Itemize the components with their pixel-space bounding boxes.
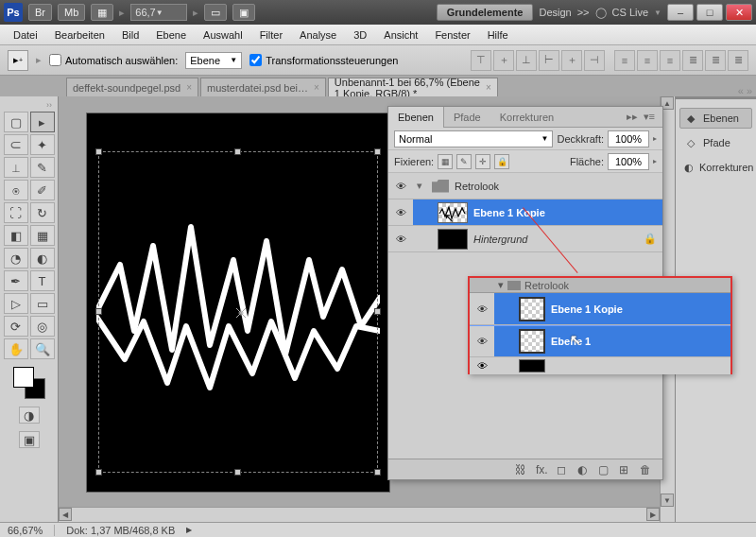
lock-pixels-icon[interactable]: ✎	[456, 154, 472, 169]
menu-3d[interactable]: 3D	[346, 27, 374, 43]
layer-name[interactable]: Ebene 1 Kopie	[473, 207, 662, 218]
doc-size-readout[interactable]: Dok: 1,37 MB/468,8 KB	[66, 525, 175, 536]
menu-filter[interactable]: Filter	[252, 27, 290, 43]
hand-tool-icon[interactable]: ✋	[4, 338, 28, 359]
link-layers-icon[interactable]: ⛓	[515, 463, 530, 476]
minimize-button[interactable]: –	[667, 4, 694, 21]
align-top-icon[interactable]: ⊤	[471, 50, 491, 71]
shape-tool-icon[interactable]: ▭	[30, 293, 55, 314]
panel-menu-icon[interactable]: ▾≡	[644, 111, 655, 123]
close-icon[interactable]: ×	[486, 82, 491, 93]
eyedropper-tool-icon[interactable]: ✎	[30, 157, 55, 178]
move-tool-icon[interactable]: ▸+	[8, 50, 28, 71]
path-tool-icon[interactable]: ▷	[4, 293, 28, 314]
arrange-button[interactable]: ▭	[204, 4, 227, 21]
scroll-down-icon[interactable]: ▼	[661, 494, 674, 507]
align-hcenter-icon[interactable]: ＋	[561, 50, 582, 71]
visibility-toggle-icon[interactable]: 👁	[388, 234, 413, 245]
panel-icon-korrekturen[interactable]: ◐ Korrekturen	[679, 157, 752, 178]
panel-collapse-icon[interactable]: ▸▸	[627, 111, 638, 123]
collapse-icon[interactable]: ››	[46, 100, 56, 110]
3d-tool-icon[interactable]: ⟳	[4, 316, 28, 337]
workspace-more[interactable]: >>	[577, 7, 590, 18]
fill-input[interactable]: 100%	[608, 153, 649, 170]
screen-mode-icon[interactable]: ▣	[19, 431, 40, 448]
gradient-tool-icon[interactable]: ▦	[30, 225, 55, 246]
adjustment-layer-icon[interactable]: ◐	[577, 463, 593, 476]
zoom-select[interactable]: 66,7▼	[130, 4, 187, 21]
layer-style-icon[interactable]: fx.	[536, 463, 551, 476]
brush-tool-icon[interactable]: ✐	[30, 180, 55, 200]
dodge-tool-icon[interactable]: ◐	[30, 248, 55, 268]
3d-camera-tool-icon[interactable]: ◎	[30, 316, 55, 337]
layer-row-background[interactable]: 👁 Hintergrund 🔒	[388, 226, 662, 252]
menu-auswahl[interactable]: Auswahl	[196, 27, 250, 43]
transform-handle[interactable]	[95, 469, 102, 476]
delete-layer-icon[interactable]: 🗑	[640, 463, 655, 476]
auto-select-combo[interactable]: Ebene▼	[185, 52, 242, 69]
distribute-bottom-icon[interactable]: ≡	[660, 50, 680, 71]
magic-wand-tool-icon[interactable]: ✦	[30, 134, 55, 155]
visibility-toggle-icon[interactable]: 👁	[388, 181, 413, 192]
foreground-color-swatch[interactable]	[13, 367, 34, 388]
spot-heal-tool-icon[interactable]: ⍟	[4, 180, 28, 200]
menu-ansicht[interactable]: Ansicht	[376, 27, 425, 43]
blend-mode-select[interactable]: Normal▼	[394, 130, 553, 147]
marquee-tool-icon[interactable]: ▢	[4, 112, 28, 132]
menu-analyse[interactable]: Analyse	[292, 27, 344, 43]
tab-korrekturen[interactable]: Korrekturen	[490, 107, 563, 128]
crop-tool-icon[interactable]: ⟂	[4, 157, 28, 178]
move-tool-icon[interactable]: ▸	[30, 112, 55, 132]
menu-fenster[interactable]: Fenster	[427, 27, 477, 43]
menu-hilfe[interactable]: Hilfe	[480, 27, 516, 43]
eraser-tool-icon[interactable]: ◧	[4, 225, 28, 246]
lock-all-icon[interactable]: 🔒	[494, 154, 509, 169]
bridge-button[interactable]: Br	[28, 4, 52, 21]
transform-handle[interactable]	[374, 469, 381, 476]
blur-tool-icon[interactable]: ◔	[4, 248, 28, 268]
screen-mode-button[interactable]: ▣	[232, 4, 255, 21]
transform-handle[interactable]	[374, 308, 381, 315]
visibility-toggle-icon[interactable]: 👁	[388, 199, 413, 225]
transform-handle[interactable]	[374, 148, 381, 155]
distribute-top-icon[interactable]: ≡	[614, 50, 635, 71]
layer-row-selected[interactable]: 👁 ↖ Ebene 1 Kopie	[388, 199, 662, 226]
workspace-design[interactable]: Design	[539, 7, 571, 18]
opacity-input[interactable]: 100%	[608, 130, 649, 147]
layer-name[interactable]: Hintergrund	[473, 234, 644, 245]
scroll-left-icon[interactable]: ◀	[59, 508, 72, 521]
align-left-icon[interactable]: ⊢	[539, 50, 559, 71]
layer-group-row[interactable]: 👁 ▾ Retrolook	[388, 173, 662, 199]
menu-ebene[interactable]: Ebene	[148, 27, 194, 43]
menu-datei[interactable]: Datei	[6, 27, 45, 43]
document-tab[interactable]: deffekt-soundpegel.psd×	[66, 78, 198, 96]
tab-overflow-arrows[interactable]: « »	[738, 85, 752, 96]
distribute-hcenter-icon[interactable]: ≣	[705, 50, 726, 71]
maximize-button[interactable]: □	[696, 4, 723, 21]
workspace-grundelemente[interactable]: Grundelemente	[437, 4, 534, 21]
clone-tool-icon[interactable]: ⛶	[4, 202, 28, 223]
transform-bounding-box[interactable]	[98, 151, 378, 473]
panel-icon-pfade[interactable]: ◇ Pfade	[679, 132, 752, 153]
fill-flyout-icon[interactable]: ▸	[653, 157, 657, 165]
auto-select-checkbox[interactable]: Automatisch auswählen:	[49, 54, 178, 66]
tab-ebenen[interactable]: Ebenen	[388, 107, 444, 128]
distribute-left-icon[interactable]: ≣	[682, 50, 703, 71]
document-tab-active[interactable]: Unbenannt-1 bei 66,7% (Ebene 1 Kopie, RG…	[328, 78, 498, 96]
lasso-tool-icon[interactable]: ⸦	[4, 134, 28, 155]
close-button[interactable]: ✕	[726, 4, 752, 21]
opacity-flyout-icon[interactable]: ▸	[653, 134, 657, 143]
color-swatches[interactable]	[13, 367, 45, 399]
align-vcenter-icon[interactable]: ＋	[493, 50, 514, 71]
panel-icon-ebenen[interactable]: ◆ Ebenen	[679, 108, 752, 129]
lock-transparent-icon[interactable]: ▦	[438, 154, 453, 169]
new-layer-icon[interactable]: ⊞	[619, 463, 634, 476]
document-tab[interactable]: musterdatei.psd bei…×	[200, 78, 326, 96]
status-flyout-icon[interactable]: ▶	[186, 526, 192, 534]
lock-position-icon[interactable]: ✛	[475, 154, 490, 169]
transform-handle[interactable]	[234, 148, 241, 155]
layer-mask-icon[interactable]: ◻	[557, 463, 572, 476]
zoom-tool-icon[interactable]: 🔍	[30, 338, 55, 359]
distribute-vcenter-icon[interactable]: ≡	[637, 50, 658, 71]
close-icon[interactable]: ×	[186, 82, 192, 93]
